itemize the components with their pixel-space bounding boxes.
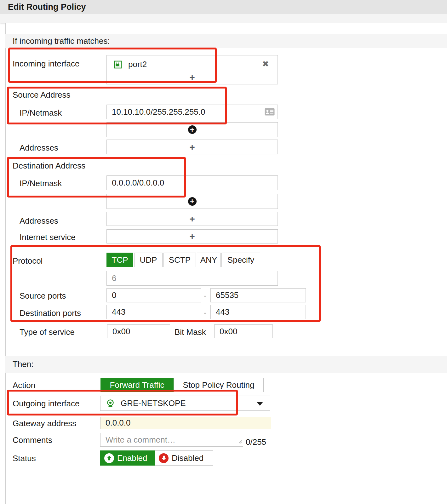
match-section-header: If incoming traffic matches:: [5, 34, 447, 48]
source-port-to-input[interactable]: 65535: [210, 288, 306, 302]
status-option-enabled[interactable]: Enabled: [100, 450, 155, 466]
destination-ports-label: Destination ports: [20, 308, 81, 318]
resize-grip-icon[interactable]: [238, 436, 242, 446]
destination-ip-add-row-button[interactable]: +: [106, 194, 278, 209]
outgoing-interface-select[interactable]: GRE-NETSKOPE: [100, 396, 270, 411]
protocol-option-tcp[interactable]: TCP: [106, 253, 133, 267]
destination-ip-netmask-label: IP/Netmask: [20, 179, 62, 188]
source-port-from-input[interactable]: 0: [106, 288, 201, 302]
chevron-down-icon: [257, 402, 263, 406]
incoming-interface-label: Incoming interface: [13, 59, 79, 69]
edit-routing-policy-page: Edit Routing Policy If incoming traffic …: [0, 0, 447, 504]
then-section-header: Then:: [5, 356, 447, 373]
interface-entry-port2[interactable]: port2: [114, 60, 147, 69]
destination-port-to-input[interactable]: 443: [210, 305, 306, 319]
protocol-option-any[interactable]: ANY: [197, 253, 221, 267]
circled-plus-icon: +: [188, 125, 197, 134]
disabled-down-arrow-icon: [159, 453, 169, 463]
source-addresses-label: Addresses: [20, 143, 58, 153]
destination-port-from-input[interactable]: 443: [106, 305, 201, 319]
circled-plus-icon: +: [188, 197, 197, 206]
action-option-stop-policy-routing[interactable]: Stop Policy Routing: [174, 378, 264, 392]
status-label: Status: [13, 454, 36, 463]
comments-textarea[interactable]: Write a comment…: [100, 433, 243, 447]
internet-service-label: Internet service: [20, 232, 76, 242]
incoming-interface-select[interactable]: port2 +: [106, 55, 278, 84]
outgoing-interface-value: GRE-NETSKOPE: [121, 398, 186, 408]
source-ports-label: Source ports: [20, 291, 66, 301]
destination-addresses-label: Addresses: [20, 216, 58, 226]
plus-icon: +: [189, 214, 195, 224]
gateway-address-input[interactable]: 0.0.0.0: [100, 417, 271, 429]
port-range-separator: -: [204, 291, 207, 301]
action-option-forward-traffic[interactable]: Forward Traffic: [100, 378, 174, 392]
then-section-heading: Then:: [13, 359, 34, 369]
address-book-icon[interactable]: [265, 108, 275, 116]
bit-mask-label: Bit Mask: [175, 327, 206, 337]
plus-icon: +: [189, 142, 195, 152]
source-ip-netmask-input[interactable]: 10.10.10.0/255.255.255.0: [106, 105, 278, 119]
type-of-service-label: Type of service: [20, 327, 75, 337]
dialog-title-bar: Edit Routing Policy: [0, 0, 447, 14]
source-addresses-add-button[interactable]: +: [106, 140, 278, 154]
destination-address-heading: Destination Address: [13, 161, 85, 171]
protocol-number-input[interactable]: 6: [106, 271, 278, 286]
plus-icon: +: [189, 232, 195, 241]
match-section-heading: If incoming traffic matches:: [13, 36, 110, 46]
comments-placeholder: Write a comment…: [106, 435, 175, 445]
internet-service-add-button[interactable]: +: [106, 229, 278, 243]
destination-ip-netmask-input[interactable]: 0.0.0.0/0.0.0.0: [106, 175, 278, 190]
bit-mask-input[interactable]: 0x00: [214, 324, 273, 338]
comments-char-counter: 0/255: [246, 437, 266, 447]
source-ip-add-row-button[interactable]: +: [106, 122, 278, 137]
page-title: Edit Routing Policy: [8, 2, 86, 12]
type-of-service-input[interactable]: 0x00: [107, 324, 170, 338]
gre-tunnel-icon: [106, 399, 115, 408]
toolbar-strip: [0, 14, 447, 23]
source-address-heading: Source Address: [13, 90, 71, 100]
port-range-separator: -: [204, 308, 207, 318]
protocol-label: Protocol: [13, 256, 43, 266]
protocol-option-specify[interactable]: Specify: [221, 253, 260, 267]
incoming-interface-add-button[interactable]: +: [107, 73, 278, 83]
ethernet-port-icon: [114, 60, 122, 69]
action-label: Action: [13, 381, 35, 390]
enabled-up-arrow-icon: [104, 453, 114, 463]
source-ip-netmask-label: IP/Netmask: [20, 108, 62, 118]
interface-entry-label: port2: [128, 60, 147, 69]
remove-interface-icon[interactable]: ✖: [262, 60, 269, 68]
protocol-option-sctp[interactable]: SCTP: [163, 253, 196, 267]
destination-addresses-add-button[interactable]: +: [106, 212, 278, 226]
status-option-disabled[interactable]: Disabled: [155, 450, 213, 466]
protocol-option-udp[interactable]: UDP: [134, 253, 163, 267]
outgoing-interface-label: Outgoing interface: [13, 399, 79, 409]
comments-label: Comments: [13, 435, 52, 445]
gateway-address-label: Gateway address: [13, 419, 76, 428]
